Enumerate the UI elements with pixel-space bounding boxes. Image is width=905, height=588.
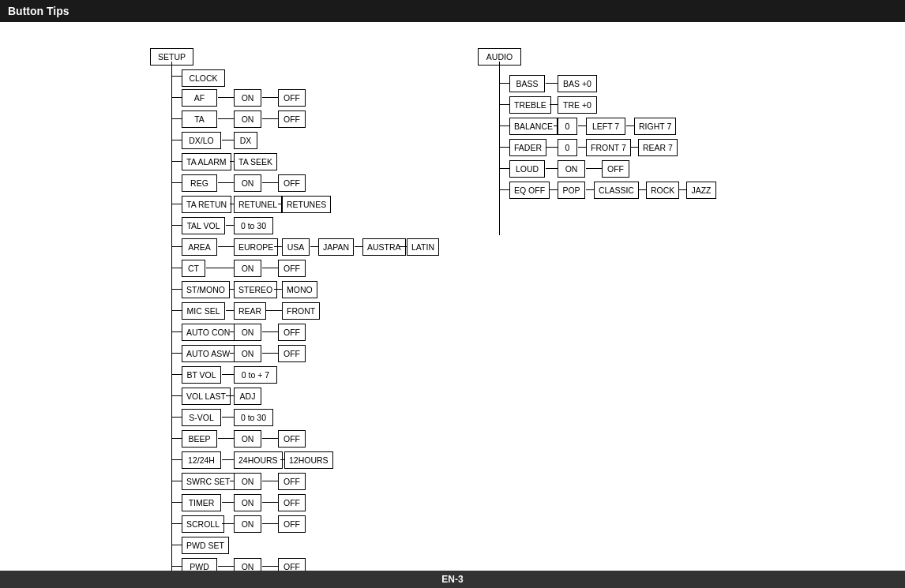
jazz-box: JAZZ: [686, 182, 716, 199]
fader-val-box: 0: [558, 139, 577, 156]
af-on-box: ON: [234, 89, 261, 107]
hours12-box: 12HOURS: [284, 451, 333, 469]
balance-val-box: 0: [558, 118, 577, 135]
beep-box: BEEP: [182, 430, 217, 448]
s-vol-box: S-VOL: [182, 409, 221, 426]
swrc-set-box: SWRC SET: [182, 473, 235, 490]
dx-box: DX: [234, 132, 257, 149]
ta-off-box: OFF: [278, 110, 306, 128]
mono-box: MONO: [282, 281, 317, 298]
retunes-box: RETUNES: [282, 196, 331, 213]
s-vol-val-box: 0 to 30: [234, 409, 273, 426]
ta-alarm-box: TA ALARM: [182, 153, 231, 170]
area-box: AREA: [182, 238, 217, 256]
timer-off-box: OFF: [278, 494, 306, 511]
pop-box: POP: [558, 182, 585, 199]
mic-sel-box: MIC SEL: [182, 302, 225, 320]
austra-box: AUSTRA: [362, 238, 406, 256]
auto-asw-on-box: ON: [234, 345, 261, 362]
ta-box: TA: [182, 110, 217, 128]
footer-bar: EN-3: [0, 571, 905, 588]
right7-box: RIGHT 7: [634, 118, 676, 135]
front7-box: FRONT 7: [586, 139, 631, 156]
bt-vol-val-box: 0 to + 7: [234, 366, 277, 384]
clock-box: CLOCK: [182, 69, 225, 87]
ta-on-box: ON: [234, 110, 261, 128]
latin-box: LATIN: [407, 238, 439, 256]
dxlo-box: DX/LO: [182, 132, 221, 149]
loud-off-box: OFF: [602, 160, 629, 178]
rear7-box: REAR 7: [638, 139, 678, 156]
stereo-box: STEREO: [234, 281, 277, 298]
af-box: AF: [182, 89, 217, 107]
balance-box: BALANCE: [509, 118, 558, 135]
bass-box: BASS: [509, 75, 545, 92]
europe-box: EUROPE: [234, 238, 278, 256]
scroll-box: SCROLL: [182, 515, 224, 533]
vol-last-box: VOL LAST: [182, 388, 231, 405]
title-bar: Button Tips: [0, 0, 905, 22]
tal-vol-val-box: 0 to 30: [234, 217, 273, 234]
rock-box: ROCK: [646, 182, 679, 199]
fader-box: FADER: [509, 139, 546, 156]
h12-24h-box: 12/24H: [182, 451, 221, 469]
treble-box: TREBLE: [509, 96, 551, 114]
tre0-box: TRE +0: [558, 96, 597, 114]
page-number: EN-3: [441, 574, 463, 585]
af-off-box: OFF: [278, 89, 306, 107]
japan-box: JAPAN: [318, 238, 354, 256]
swrc-off-box: OFF: [278, 473, 306, 490]
ct-off-box: OFF: [278, 260, 306, 277]
auto-con-on-box: ON: [234, 324, 261, 341]
auto-asw-off-box: OFF: [278, 345, 306, 362]
retunel-box: RETUNEL: [234, 196, 282, 213]
pwd-set-box: PWD SET: [182, 537, 229, 554]
auto-con-box: AUTO CON: [182, 324, 235, 341]
front-box: FRONT: [282, 302, 320, 320]
classic-box: CLASSIC: [594, 182, 639, 199]
eq-off-box: EQ OFF: [509, 182, 550, 199]
rear-box: REAR: [234, 302, 266, 320]
scroll-off-box: OFF: [278, 515, 306, 533]
beep-off-box: OFF: [278, 430, 306, 448]
swrc-on-box: ON: [234, 473, 261, 490]
timer-on-box: ON: [234, 494, 261, 511]
reg-box: REG: [182, 174, 217, 192]
page-title: Button Tips: [8, 5, 69, 17]
bas0-box: BAS +0: [558, 75, 597, 92]
ta-retun-box: TA RETUN: [182, 196, 231, 213]
tal-vol-box: TAL VOL: [182, 217, 225, 234]
st-mono-box: ST/MONO: [182, 281, 230, 298]
left7-box: LEFT 7: [586, 118, 625, 135]
loud-box: LOUD: [509, 160, 545, 178]
bt-vol-box: BT VOL: [182, 366, 221, 384]
ct-on-box: ON: [234, 260, 261, 277]
reg-off-box: OFF: [278, 174, 306, 192]
timer-box: TIMER: [182, 494, 221, 511]
beep-on-box: ON: [234, 430, 261, 448]
usa-box: USA: [282, 238, 310, 256]
reg-on-box: ON: [234, 174, 261, 192]
ct-box: CT: [182, 260, 205, 277]
hours24-box: 24HOURS: [234, 451, 283, 469]
scroll-on-box: ON: [234, 515, 261, 533]
loud-on-box: ON: [558, 160, 585, 178]
auto-con-off-box: OFF: [278, 324, 306, 341]
auto-asw-box: AUTO ASW: [182, 345, 235, 362]
ta-seek-box: TA SEEK: [234, 153, 277, 170]
adj-box: ADJ: [234, 388, 261, 405]
